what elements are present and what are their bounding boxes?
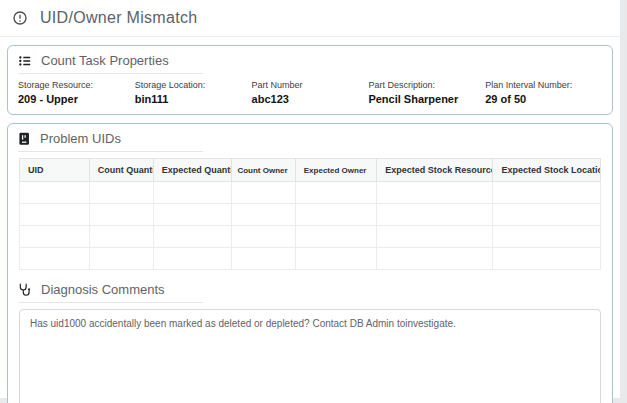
field-storage-resource: Storage Resource: 209 - Upper <box>18 80 135 105</box>
problem-uids-header-row: UIDCount QuantityExpected QuantityCount … <box>20 159 601 182</box>
field-label: Plan Interval Number: <box>485 80 602 90</box>
uid-tag-icon <box>18 132 31 146</box>
table-cell <box>89 204 153 226</box>
count-task-properties-card: Count Task Properties Storage Resource: … <box>7 45 613 115</box>
table-cell <box>377 204 493 226</box>
column-header-expected-owner: Expected Owner <box>295 159 376 182</box>
count-task-properties-header: Count Task Properties <box>18 53 203 74</box>
table-cell <box>232 248 296 270</box>
table-cell <box>493 226 601 248</box>
problem-uids-body <box>20 182 601 270</box>
page-header: UID/Owner Mismatch <box>0 0 620 37</box>
field-value: 209 - Upper <box>18 93 135 105</box>
uid-owner-mismatch-window: UID/Owner Mismatch Count Task Properties… <box>0 0 620 398</box>
field-value: Pencil Sharpener <box>368 93 485 105</box>
table-cell <box>232 226 296 248</box>
table-cell <box>153 248 231 270</box>
table-cell <box>295 226 376 248</box>
table-cell <box>377 248 493 270</box>
table-cell <box>493 182 601 204</box>
column-header-expected-stock-location: Expected Stock Location <box>493 159 601 182</box>
table-cell <box>20 204 90 226</box>
column-header-expected-stock-resource: Expected Stock Resource <box>377 159 493 182</box>
field-label: Storage Location: <box>135 80 252 90</box>
table-cell <box>89 182 153 204</box>
table-cell <box>295 182 376 204</box>
table-cell <box>377 182 493 204</box>
section-title: Diagnosis Comments <box>41 282 165 297</box>
field-storage-location: Storage Location: bin111 <box>135 80 252 105</box>
section-title: Problem UIDs <box>40 131 121 146</box>
field-value: 29 of 50 <box>485 93 602 105</box>
problem-uids-table: UIDCount QuantityExpected QuantityCount … <box>19 158 601 270</box>
column-header-uid: UID <box>20 159 90 182</box>
column-header-expected-quantity: Expected Quantity <box>153 159 231 182</box>
column-header-count-owner: Count Owner <box>232 159 296 182</box>
table-cell <box>232 204 296 226</box>
table-cell <box>20 226 90 248</box>
section-title: Count Task Properties <box>41 53 169 68</box>
field-part-description: Part Description: Pencil Sharpener <box>368 80 485 105</box>
count-task-properties-fields: Storage Resource: 209 - Upper Storage Lo… <box>8 74 612 114</box>
table-cell <box>153 226 231 248</box>
diagnosis-comments-input[interactable]: Has uid1000 accidentally been marked as … <box>19 309 601 403</box>
table-cell <box>89 226 153 248</box>
list-icon <box>18 54 32 68</box>
table-cell <box>20 248 90 270</box>
table-cell <box>89 248 153 270</box>
table-row <box>20 204 601 226</box>
field-label: Part Description: <box>368 80 485 90</box>
table-row <box>20 226 601 248</box>
column-header-count-quantity: Count Quantity <box>89 159 153 182</box>
table-cell <box>153 182 231 204</box>
field-label: Storage Resource: <box>18 80 135 90</box>
table-cell <box>153 204 231 226</box>
diagnosis-comments-header: Diagnosis Comments <box>18 282 203 303</box>
field-plan-interval-number: Plan Interval Number: 29 of 50 <box>485 80 602 105</box>
problem-uids-header: Problem UIDs <box>18 131 203 152</box>
page-title: UID/Owner Mismatch <box>40 9 197 27</box>
stethoscope-icon <box>18 283 32 297</box>
field-part-number: Part Number abc123 <box>252 80 369 105</box>
info-icon <box>12 10 28 26</box>
investigation-card: Problem UIDs UIDCount QuantityExpected Q… <box>7 123 613 403</box>
table-cell <box>295 204 376 226</box>
field-value: abc123 <box>252 93 369 105</box>
table-cell <box>20 182 90 204</box>
table-cell <box>232 182 296 204</box>
table-cell <box>493 204 601 226</box>
table-cell <box>377 226 493 248</box>
table-row <box>20 182 601 204</box>
field-value: bin111 <box>135 93 252 105</box>
table-cell <box>295 248 376 270</box>
field-label: Part Number <box>252 80 369 90</box>
table-cell <box>493 248 601 270</box>
table-row <box>20 248 601 270</box>
